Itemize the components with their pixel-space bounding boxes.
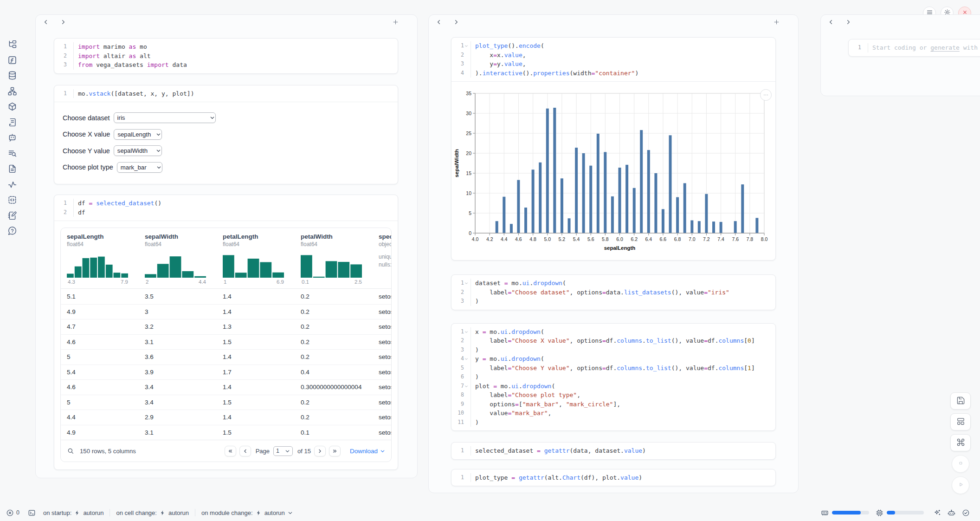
column-header[interactable]: petalWidthfloat640.12.5 bbox=[295, 233, 373, 288]
code-editor[interactable]: 1df = selected_dataset()2df bbox=[54, 195, 398, 221]
cell-plot-type: 1plot_type = getattr(alt.Chart(df), plot… bbox=[451, 469, 776, 487]
search-icon[interactable] bbox=[67, 447, 75, 455]
table-cell: 4.9 bbox=[61, 308, 139, 315]
database-icon bbox=[7, 75, 17, 82]
bot-message-icon bbox=[7, 137, 17, 144]
code-line: 1x = mo.ui.dropdown( bbox=[456, 327, 771, 337]
code-editor[interactable]: 1selected_dataset = getattr(data, datase… bbox=[451, 443, 775, 459]
column-header[interactable]: sepalWidthfloat6424.4 bbox=[139, 233, 217, 288]
command-palette-button[interactable] bbox=[950, 434, 971, 451]
svg-text:5.4: 5.4 bbox=[573, 236, 580, 242]
error-count-badge[interactable]: 0 bbox=[6, 509, 19, 517]
table-row[interactable]: 53.41.50.2setosa bbox=[61, 395, 391, 410]
run-button[interactable] bbox=[952, 476, 969, 494]
autorun-setting[interactable]: on cell change:autorun bbox=[116, 509, 189, 516]
layout-button[interactable] bbox=[950, 413, 971, 430]
table-cell: 1.4 bbox=[217, 293, 295, 300]
code-editor[interactable]: 1dataset = mo.ui.dropdown(2 label="Choos… bbox=[451, 275, 775, 310]
download-button[interactable]: Download bbox=[350, 448, 385, 455]
code-editor[interactable]: 1x = mo.ui.dropdown(2 label="Choose X va… bbox=[451, 324, 775, 431]
first-page-button[interactable] bbox=[225, 446, 236, 456]
sidebar-snippets-button[interactable] bbox=[6, 195, 18, 206]
code-editor[interactable]: 1plot_type().encode(2 x=x.value,3 y=y.va… bbox=[451, 38, 775, 81]
move-column-left-button[interactable] bbox=[435, 19, 443, 26]
fold-chevron-icon bbox=[67, 89, 71, 98]
code-editor[interactable]: 1 Start coding or generate with bbox=[849, 39, 980, 56]
autorun-setting[interactable]: on startup:autorun bbox=[43, 509, 104, 516]
table-row[interactable]: 4.42.91.40.2setosa bbox=[61, 410, 391, 425]
table-row[interactable]: 4.931.40.2setosa bbox=[61, 304, 391, 319]
dropdown-select[interactable]: iris bbox=[114, 112, 216, 123]
table-cell: 5.4 bbox=[61, 369, 139, 376]
add-column-button[interactable] bbox=[773, 19, 780, 26]
bar bbox=[539, 163, 542, 233]
fold-chevron-icon[interactable] bbox=[464, 382, 469, 391]
lightning-icon bbox=[256, 510, 262, 516]
fold-chevron-icon[interactable] bbox=[464, 41, 469, 51]
errors-icon bbox=[6, 509, 14, 517]
move-column-right-button[interactable] bbox=[845, 19, 852, 26]
code-editor[interactable]: 1import marimo as mo2import altair as al… bbox=[54, 39, 398, 73]
table-row[interactable]: 4.63.11.50.2setosa bbox=[61, 334, 391, 350]
sidebar-tracing-button[interactable] bbox=[6, 179, 18, 190]
table-row[interactable]: 4.73.21.30.2setosa bbox=[61, 319, 391, 334]
sidebar-datasources-button[interactable] bbox=[6, 70, 18, 81]
terminal-button[interactable] bbox=[28, 509, 36, 517]
prev-page-button[interactable] bbox=[239, 446, 251, 456]
bar bbox=[561, 178, 563, 233]
dropdown-select[interactable]: mark_bar bbox=[117, 162, 162, 173]
move-column-right-button[interactable] bbox=[60, 19, 67, 26]
svg-text:35: 35 bbox=[466, 91, 471, 96]
code-line: 2 label="Choose X value", options=df.col… bbox=[456, 336, 771, 345]
fold-chevron-icon[interactable] bbox=[464, 279, 469, 288]
autorun-setting[interactable]: on module change:autorun bbox=[201, 509, 293, 516]
table-row[interactable]: 5.13.51.40.2setosa bbox=[61, 289, 391, 304]
sidebar-packages-button[interactable] bbox=[6, 101, 18, 112]
fold-chevron-icon bbox=[464, 418, 469, 427]
bar bbox=[524, 208, 527, 233]
sidebar-help-button[interactable] bbox=[6, 226, 18, 237]
table-cell: 2.9 bbox=[139, 414, 217, 421]
table-row[interactable]: 53.61.40.2setosa bbox=[61, 349, 391, 365]
code-editor[interactable]: 1mo.vstack([dataset, x, y, plot]) bbox=[54, 85, 398, 102]
page-select[interactable]: 1 bbox=[273, 446, 293, 456]
table-cell: 3.5 bbox=[139, 293, 217, 300]
ai-assistant-button[interactable] bbox=[948, 509, 955, 517]
sidebar-variables-button[interactable] bbox=[6, 55, 18, 66]
svg-text:20: 20 bbox=[466, 150, 471, 156]
chevron-down-icon bbox=[288, 510, 293, 515]
dropdown-select[interactable]: sepalLength bbox=[114, 129, 162, 140]
move-column-left-button[interactable] bbox=[42, 19, 50, 26]
sidebar-logs-button[interactable] bbox=[6, 117, 18, 128]
column-header[interactable]: petalLengthfloat6416.9 bbox=[217, 233, 295, 288]
save-button[interactable] bbox=[950, 392, 971, 410]
add-column-button[interactable] bbox=[392, 19, 400, 26]
table-row[interactable]: 4.93.11.50.1setosa bbox=[61, 425, 391, 440]
bar-chart[interactable]: 4.04.24.44.64.85.05.25.45.65.86.06.26.46… bbox=[453, 86, 776, 254]
last-page-button[interactable] bbox=[329, 446, 341, 456]
fold-chevron-icon[interactable] bbox=[464, 327, 469, 337]
chart-actions-button[interactable] bbox=[760, 89, 772, 101]
move-column-right-button[interactable] bbox=[453, 19, 460, 26]
code-line: 2 x=x.value, bbox=[456, 51, 771, 60]
dropdown-select[interactable]: sepalWidth bbox=[114, 145, 162, 156]
sidebar-scratchpad-button[interactable] bbox=[6, 210, 18, 221]
sidebar-documentation-button[interactable] bbox=[6, 163, 18, 175]
fold-chevron-icon[interactable] bbox=[464, 354, 469, 364]
code-editor[interactable]: 1plot_type = getattr(alt.Chart(df), plot… bbox=[451, 469, 775, 486]
next-page-button[interactable] bbox=[314, 446, 326, 456]
stop-button[interactable] bbox=[952, 455, 969, 473]
sidebar-dependency-graph-button[interactable] bbox=[6, 86, 18, 97]
column-header[interactable]: sepalLengthfloat644.37.9 bbox=[61, 233, 139, 288]
sidebar-file-explorer-button[interactable] bbox=[6, 39, 18, 50]
kernel-status-icon[interactable] bbox=[962, 509, 970, 517]
sidebar-chat-button[interactable] bbox=[6, 132, 18, 143]
ai-sparkles-button[interactable] bbox=[933, 509, 941, 517]
table-row[interactable]: 4.63.41.40.3000000000000004setosa bbox=[61, 379, 391, 395]
generate-with-ai-link[interactable]: generate bbox=[930, 44, 960, 51]
column-header[interactable]: speciesobjectuniquenulls: bbox=[373, 233, 391, 288]
svg-text:6.2: 6.2 bbox=[631, 236, 638, 242]
move-column-left-button[interactable] bbox=[827, 19, 835, 26]
table-row[interactable]: 5.43.91.70.4setosa bbox=[61, 365, 391, 380]
sidebar-search-button[interactable] bbox=[6, 148, 18, 159]
